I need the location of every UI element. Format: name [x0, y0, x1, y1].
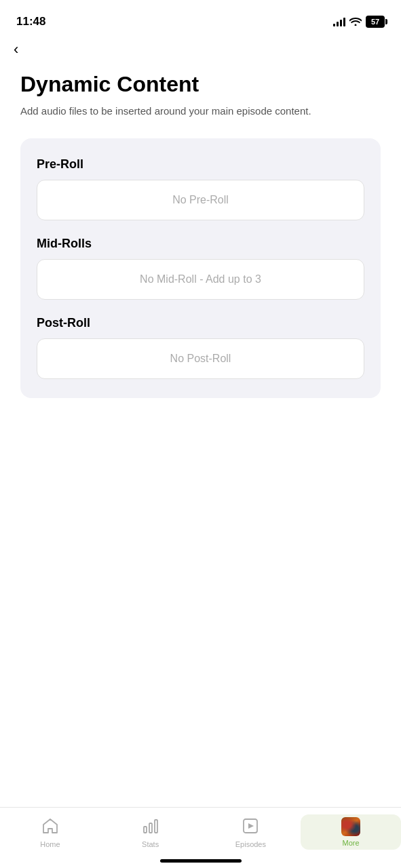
- mid-rolls-title: Mid-Rolls: [37, 237, 364, 251]
- pre-roll-button[interactable]: No Pre-Roll: [37, 180, 364, 220]
- status-icons: 57: [333, 16, 385, 28]
- svg-rect-1: [149, 823, 152, 833]
- episodes-icon: [242, 817, 259, 837]
- nav-label-episodes: Episodes: [235, 840, 266, 848]
- stats-icon: [142, 817, 159, 837]
- post-roll-title: Post-Roll: [37, 316, 364, 330]
- nav-label-home: Home: [40, 840, 60, 848]
- wifi-icon: [349, 16, 362, 28]
- page-title: Dynamic Content: [20, 72, 381, 97]
- status-bar: 11:48 57: [0, 0, 401, 34]
- nav-label-stats: Stats: [142, 840, 159, 848]
- dynamic-content-card: Pre-Roll No Pre-Roll Mid-Rolls No Mid-Ro…: [20, 138, 381, 398]
- home-indicator: [160, 859, 242, 863]
- status-time: 11:48: [16, 15, 45, 28]
- post-roll-button[interactable]: No Post-Roll: [37, 338, 364, 379]
- back-arrow-icon[interactable]: ‹: [14, 41, 18, 58]
- main-content: Dynamic Content Add audio files to be in…: [0, 58, 401, 398]
- pre-roll-placeholder: No Pre-Roll: [172, 194, 229, 205]
- svg-marker-4: [248, 823, 254, 829]
- nav-label-more: More: [343, 839, 360, 847]
- avatar: [341, 817, 360, 836]
- svg-rect-2: [155, 820, 157, 833]
- nav-item-episodes[interactable]: Episodes: [201, 814, 301, 851]
- svg-rect-0: [144, 827, 147, 833]
- nav-item-home[interactable]: Home: [0, 814, 100, 851]
- signal-icon: [333, 17, 345, 26]
- nav-item-more[interactable]: More: [301, 814, 401, 850]
- back-button[interactable]: ‹: [0, 34, 401, 58]
- home-icon: [41, 817, 59, 837]
- battery-icon: 57: [366, 16, 385, 28]
- nav-item-stats[interactable]: Stats: [100, 814, 201, 851]
- post-roll-placeholder: No Post-Roll: [170, 353, 231, 364]
- pre-roll-title: Pre-Roll: [37, 157, 364, 172]
- mid-roll-button[interactable]: No Mid-Roll - Add up to 3: [37, 259, 364, 300]
- page-subtitle: Add audio files to be inserted around yo…: [20, 104, 381, 118]
- mid-roll-placeholder: No Mid-Roll - Add up to 3: [140, 273, 261, 285]
